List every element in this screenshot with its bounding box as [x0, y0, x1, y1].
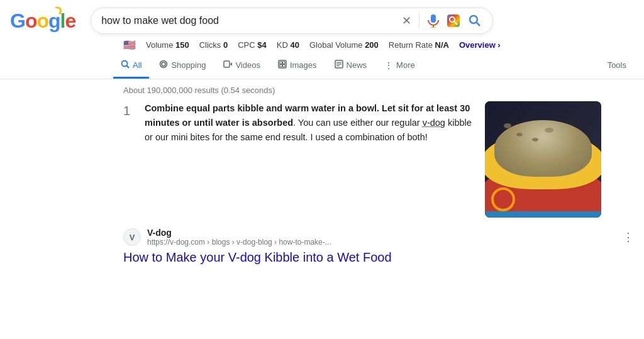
result-url: https://v-dog.com › blogs › v-dog-blog ›…	[147, 238, 331, 247]
overview-link[interactable]: Overview ›	[459, 40, 501, 50]
tab-shopping[interactable]: Shopping	[152, 53, 213, 79]
search-input[interactable]: how to make wet dog food	[101, 15, 397, 26]
search-bar[interactable]: how to make wet dog food ✕	[91, 8, 493, 34]
flag-icon: 🇺🇸	[123, 39, 136, 51]
volume-stat: Volume 150	[146, 40, 189, 50]
tab-images-label: Images	[290, 60, 317, 70]
svg-line-8	[127, 66, 130, 69]
snippet-vdog-link[interactable]: v-dog	[423, 118, 445, 128]
snippet-image	[485, 101, 601, 218]
nav-tabs: All Shopping Videos	[0, 53, 644, 79]
tab-more[interactable]: ⋮ More	[377, 54, 423, 79]
svg-line-6	[477, 23, 480, 26]
result-source: V V-dog https://v-dog.com › blogs › v-do…	[123, 228, 634, 247]
svg-rect-17	[282, 65, 285, 67]
tab-videos[interactable]: Videos	[216, 53, 268, 79]
logo-letter-g1: G	[10, 9, 25, 33]
tab-all[interactable]: All	[113, 53, 149, 79]
search-icons: ✕	[402, 13, 482, 28]
snippet-number: 1	[123, 104, 136, 218]
tab-videos-label: Videos	[235, 60, 260, 70]
tab-tools[interactable]: Tools	[600, 54, 634, 78]
shopping-tab-icon	[159, 60, 168, 70]
result-options-icon[interactable]: ⋮	[623, 230, 634, 244]
tab-shopping-label: Shopping	[171, 60, 206, 70]
svg-point-5	[470, 16, 477, 23]
tab-images[interactable]: Images	[270, 53, 325, 79]
clicks-stat: Clicks 0	[199, 40, 228, 50]
cpc-stat: CPC $4	[238, 40, 267, 50]
snippet-text: Combine equal parts kibble and warm wate…	[145, 101, 472, 218]
logo-letter-o1: o	[25, 9, 37, 33]
global-volume-stat: Global Volume 200	[309, 40, 379, 50]
logo-letter-g2: g	[48, 9, 60, 33]
logo-letter-o2: o	[36, 9, 48, 33]
logo-letter-e: e	[65, 9, 75, 33]
results-count: About 190,000,000 results (0.54 seconds)	[0, 79, 644, 99]
result-domain: V-dog	[147, 228, 331, 238]
tab-more-label: More	[396, 60, 415, 70]
svg-rect-16	[280, 65, 282, 67]
lens-icon[interactable]	[447, 14, 460, 27]
search-icon[interactable]	[467, 13, 482, 28]
kd-stat: KD 40	[277, 40, 299, 50]
search-tab-icon	[121, 60, 130, 70]
more-tab-icon: ⋮	[384, 60, 393, 70]
header: Google how to make wet dog food ✕	[0, 0, 644, 34]
svg-marker-12	[230, 62, 232, 66]
svg-point-10	[162, 62, 165, 66]
tab-news[interactable]: News	[327, 53, 375, 79]
svg-point-9	[160, 61, 167, 68]
google-logo[interactable]: Google	[10, 9, 75, 33]
snippet-left: 1 Combine equal parts kibble and warm wa…	[123, 101, 472, 218]
images-tab-icon	[278, 60, 287, 70]
svg-point-3	[450, 17, 455, 22]
svg-rect-14	[280, 62, 282, 64]
return-rate-stat: Return Rate N/A	[389, 40, 449, 50]
videos-tab-icon	[223, 60, 232, 70]
news-tab-icon	[335, 60, 343, 70]
featured-snippet: 1 Combine equal parts kibble and warm wa…	[123, 101, 601, 218]
clear-icon[interactable]: ✕	[402, 14, 411, 28]
main-content: 1 Combine equal parts kibble and warm wa…	[0, 99, 644, 265]
search-result: V V-dog https://v-dog.com › blogs › v-do…	[123, 228, 634, 265]
tab-news-label: News	[347, 60, 367, 70]
svg-rect-0	[431, 14, 436, 23]
svg-line-4	[455, 22, 458, 25]
tab-tools-label: Tools	[608, 60, 626, 70]
stats-bar: 🇺🇸 Volume 150 Clicks 0 CPC $4 KD 40 Glob…	[0, 34, 644, 53]
microphone-icon[interactable]	[427, 14, 440, 27]
result-favicon: V	[123, 228, 141, 246]
result-title[interactable]: How to Make your V-dog Kibble into a Wet…	[123, 249, 501, 265]
divider	[419, 13, 419, 28]
tab-all-label: All	[133, 60, 142, 70]
svg-rect-11	[224, 61, 230, 67]
svg-rect-15	[282, 62, 285, 64]
result-domain-info: V-dog https://v-dog.com › blogs › v-dog-…	[147, 228, 331, 247]
svg-point-7	[122, 61, 128, 67]
